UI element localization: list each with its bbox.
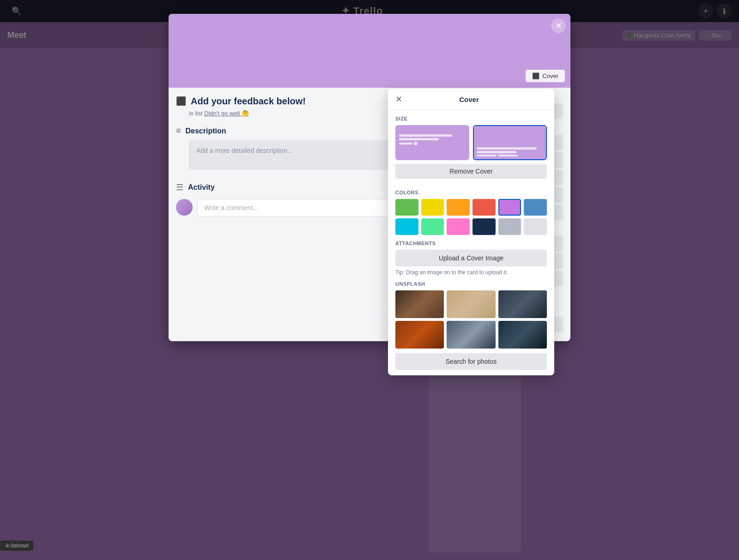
bottom-tooltip: -k-below# <box>0 541 33 551</box>
cover-panel-title: Cover <box>402 96 536 103</box>
search-photos-button[interactable]: Search for photos <box>395 353 547 370</box>
cover-panel-close-button[interactable]: ✕ <box>395 94 402 104</box>
colors-grid <box>395 199 547 235</box>
color-swatch-8[interactable] <box>447 218 470 235</box>
attachments-label: ATTACHMENTS <box>395 241 547 246</box>
user-avatar <box>176 199 193 216</box>
color-swatch-0[interactable] <box>395 199 418 216</box>
size-label: SIZE <box>395 116 547 121</box>
size-option-large[interactable] <box>473 125 547 160</box>
activity-label: Activity <box>188 183 215 192</box>
activity-icon: ☰ <box>176 182 183 193</box>
color-swatch-10[interactable] <box>498 218 521 235</box>
unsplash-photo-6[interactable] <box>498 321 547 349</box>
cover-icon: ⬛ <box>532 72 539 79</box>
card-cover-area: ✕ ⬛ Cover <box>169 14 570 88</box>
card-title-icon: ⬛ <box>176 96 186 106</box>
list-link[interactable]: Didn't go well 🤔 <box>204 110 249 117</box>
color-swatch-1[interactable] <box>421 199 444 216</box>
modal-overlay[interactable]: ✕ ⬛ Cover ⬛ Add your feedback below! in … <box>0 0 739 560</box>
color-swatch-9[interactable] <box>472 218 496 235</box>
unsplash-photo-3[interactable] <box>498 290 547 318</box>
cover-panel: ✕ Cover SIZE <box>388 89 554 375</box>
size-options <box>395 125 547 160</box>
color-swatch-7[interactable] <box>421 218 444 235</box>
upload-tip: Tip: Drag an image on to the card to upl… <box>395 269 547 276</box>
color-swatch-4[interactable] <box>498 199 521 216</box>
cover-panel-header: ✕ Cover <box>388 89 554 110</box>
color-swatch-2[interactable] <box>447 199 470 216</box>
color-swatch-6[interactable] <box>395 218 418 235</box>
colors-label: COLORS <box>395 190 547 195</box>
unsplash-photo-5[interactable] <box>447 321 495 349</box>
unsplash-photo-1[interactable] <box>395 290 444 318</box>
card-close-button[interactable]: ✕ <box>551 18 566 33</box>
size-option-small[interactable] <box>395 125 469 160</box>
activity-header-left: ☰ Activity <box>176 182 215 193</box>
color-swatch-3[interactable] <box>472 199 496 216</box>
unsplash-label: UNSPLASH <box>395 281 547 287</box>
unsplash-photo-4[interactable] <box>395 321 444 349</box>
description-label: Description <box>186 127 226 135</box>
unsplash-photo-2[interactable] <box>447 290 495 318</box>
unsplash-grid <box>395 290 547 349</box>
cover-panel-body: SIZE <box>388 110 554 375</box>
color-swatch-5[interactable] <box>524 199 547 216</box>
color-swatch-11[interactable] <box>524 218 547 235</box>
upload-cover-button[interactable]: Upload a Cover Image <box>395 250 547 266</box>
remove-cover-button[interactable]: Remove Cover <box>395 164 547 179</box>
card-title: Add your feedback below! <box>191 95 306 107</box>
cover-toggle-button[interactable]: ⬛ Cover <box>526 70 565 82</box>
description-icon: ≡ <box>176 126 181 136</box>
